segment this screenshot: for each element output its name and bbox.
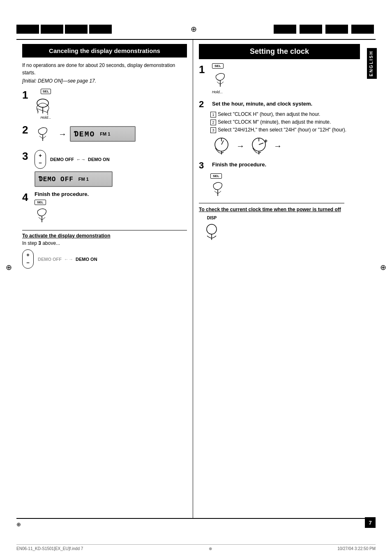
plus-minus-button: +−: [35, 150, 46, 169]
display-demo: ƊEMO FM 1: [70, 126, 136, 142]
left-section-title: Canceling the display demonstrations: [22, 44, 187, 58]
left-crosshair: ⊕: [6, 263, 12, 272]
right-crosshair: ⊕: [380, 263, 386, 272]
display-fm-2: FM 1: [78, 177, 89, 182]
hold-label-right: Hold...: [212, 90, 223, 94]
display-fm: FM 1: [100, 131, 110, 136]
demo-toggle-text: DEMO OFF ←→ DEMO ON: [50, 157, 110, 162]
activate-controls: +− DEMO OFF ←→ DEMO ON: [22, 249, 187, 268]
left-column: Canceling the display demonstrations If …: [16, 40, 193, 518]
hand-illustration-disp: [201, 221, 223, 242]
left-step-3: 3 +− DEMO OFF ←→ DEMO ON ƊEMO OFF FM 1: [22, 150, 187, 187]
activate-demo-on: DEMO ON: [76, 257, 97, 262]
sel-label-4: SEL: [35, 200, 46, 205]
right-section-title: Setting the clock: [199, 44, 360, 59]
top-block-4: [89, 25, 112, 34]
top-center-crosshair: ⊕: [113, 25, 274, 34]
bottom-center-crosshair: ⊕: [16, 521, 21, 530]
right-step-1-content: SEL Hold...: [212, 63, 235, 94]
sub-step-1-num: 1: [210, 112, 216, 117]
right-column: ENGLISH Setting the clock 1 SEL Hold...: [193, 40, 376, 518]
disp-illustration: DISP: [201, 216, 370, 242]
top-block-2: [41, 25, 63, 34]
right-step-3: 3 Finish the procedure. SEL: [199, 160, 370, 198]
right-step-2-number: 2: [199, 99, 210, 110]
sub-step-2: 2 Select "CLOCK M" (minute), then adjust…: [210, 119, 370, 125]
display-text-demo: ƊEMO: [74, 129, 95, 138]
top-right-blocks: [274, 25, 376, 34]
hand-illustration-right-1: [212, 69, 235, 90]
check-title: To check the current clock time when the…: [199, 206, 370, 213]
hand-illustration-2: [35, 124, 55, 144]
sub-step-1-text: Select "CLOCK H" (hour), then adjust the…: [218, 111, 320, 117]
sel-label: SEL: [41, 89, 51, 94]
right-step-2-illustration: → + →: [210, 136, 370, 156]
disp-button-group: DISP: [201, 216, 223, 242]
display-text-demo-off: ƊEMO OFF: [39, 175, 74, 183]
initial-note: [Initial: DEMO ON]—see page 17.: [22, 78, 187, 84]
top-block-8: [351, 25, 374, 34]
dial-illustration-1: [210, 136, 233, 156]
step-4-content: Finish the procedure. SEL: [35, 191, 89, 224]
dial-illustration-2: +: [248, 136, 270, 156]
sub-step-3-text: Select "24H/12H," then select "24H" (hou…: [218, 127, 346, 133]
right-step-1: 1 SEL Hold...: [199, 63, 370, 94]
right-step-2-header: 2 Set the hour, minute, and clock system…: [199, 99, 370, 110]
svg-line-14: [259, 143, 263, 145]
left-step-2: 2 → ƊEMO FM 1: [22, 124, 187, 146]
right-step-3-header: 3 Finish the procedure.: [199, 160, 370, 171]
right-step-3-number: 3: [199, 160, 210, 171]
sel-label-right-3: SEL: [210, 173, 222, 179]
svg-text:+: +: [264, 138, 267, 144]
english-tab: ENGLISH: [367, 48, 377, 79]
sub-step-3-num: 3: [210, 127, 216, 133]
demo-toggle-arrow: ←→: [76, 157, 85, 162]
step-2-illustration: → ƊEMO FM 1: [35, 124, 136, 144]
right-step-2-label: Set the hour, minute, and clock system.: [212, 101, 312, 107]
activate-plus-minus: +−: [22, 249, 34, 268]
svg-point-18: [207, 224, 217, 234]
bottom-strip: ⊕: [16, 521, 376, 530]
demo-on-label: DEMO ON: [88, 157, 110, 162]
sub-steps: 1 Select "CLOCK H" (hour), then adjust t…: [210, 111, 370, 133]
right-step-3-sel: SEL: [210, 173, 370, 198]
footer-left: EN06-11_KD-S1501[EX_EU]f.indd 7: [16, 546, 83, 551]
activate-demo-text: DEMO OFF ←→ DEMO ON: [38, 257, 97, 262]
top-strip: ⊕: [16, 25, 376, 34]
activate-arrow: ←→: [64, 257, 73, 262]
left-divider: [22, 230, 187, 230]
hand-illustration-4: [35, 206, 55, 224]
hold-label-1: Hold...: [40, 115, 51, 120]
activate-title: To activate the display demonstration: [22, 233, 187, 239]
check-section: To check the current clock time when the…: [199, 203, 370, 242]
left-step-1: 1 SEL: [22, 89, 187, 120]
activate-demo-off: DEMO OFF: [38, 257, 62, 262]
step-4-label: Finish the procedure.: [35, 191, 89, 197]
hand-illustration-1: [35, 95, 57, 115]
step-1-illustration: SEL Hold...: [35, 89, 57, 120]
arrow-right-r3: →: [274, 141, 282, 151]
main-layout: Canceling the display demonstrations If …: [16, 39, 376, 519]
footer-right: 10/27/04 3:22:50 PM: [337, 546, 376, 551]
sub-step-1: 1 Select "CLOCK H" (hour), then adjust t…: [210, 111, 370, 117]
step-3-controls: +− DEMO OFF ←→ DEMO ON: [35, 150, 113, 169]
sel-button-group: SEL Hold...: [35, 89, 57, 120]
intro-text: If no operations are done for about 20 s…: [22, 62, 187, 76]
sub-step-2-text: Select "CLOCK M" (minute), then adjust t…: [218, 119, 331, 125]
top-block-5: [274, 25, 296, 34]
step-3-number: 3: [22, 150, 32, 163]
step-2-number: 2: [22, 124, 32, 136]
check-divider: [199, 203, 344, 203]
hand-illustration-right-3: [210, 180, 231, 198]
disp-label: DISP: [207, 216, 217, 220]
sel-label-right-1: SEL: [212, 63, 224, 69]
step-4-sel: SEL: [35, 200, 89, 224]
display-demo-off: ƊEMO OFF FM 1: [35, 171, 113, 187]
right-step-1-number: 1: [199, 63, 210, 76]
top-block-3: [65, 25, 88, 34]
top-block-7: [325, 25, 348, 34]
right-step-1-sel: SEL Hold...: [212, 63, 235, 94]
step-4-number: 4: [22, 191, 32, 204]
top-block-1: [16, 25, 39, 34]
footer-crosshair: ⊕: [209, 546, 212, 551]
